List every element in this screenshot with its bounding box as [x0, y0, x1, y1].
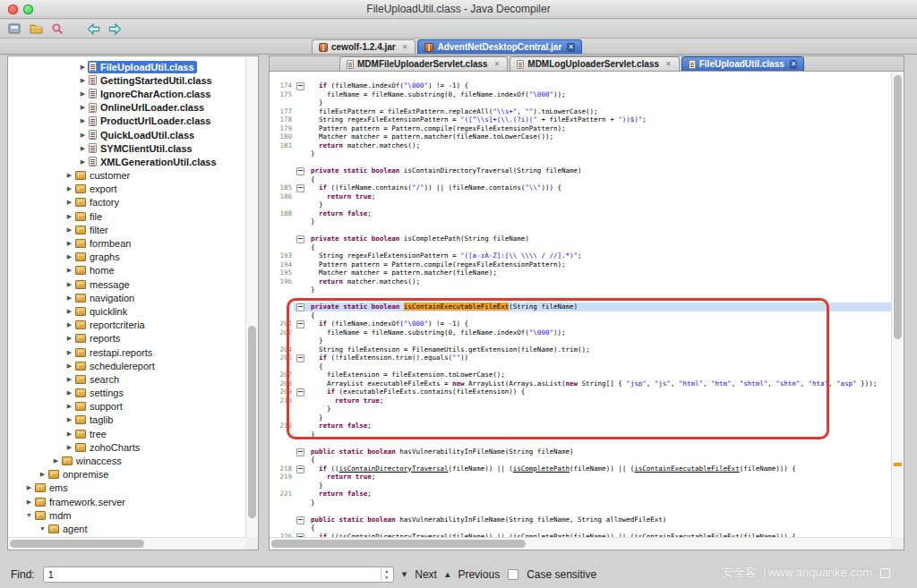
- scrollbar-thumb[interactable]: [271, 540, 526, 548]
- editor-tab-fileuploadutil-class[interactable]: FileUploadUtil.class✕: [681, 56, 805, 71]
- tree-item-producturlloader-class[interactable]: ▶ProductUrlLoader.class: [8, 115, 244, 128]
- tree-item-support[interactable]: ▶support: [8, 400, 244, 413]
- expand-arrow-icon[interactable]: ▶: [64, 403, 74, 410]
- tree-item-mdm[interactable]: ▼mdm: [8, 508, 244, 522]
- expand-arrow-icon[interactable]: ▶: [78, 145, 88, 152]
- expand-arrow-icon[interactable]: ▶: [64, 199, 74, 206]
- expand-arrow-icon[interactable]: ▶: [64, 172, 74, 179]
- tree-item-export[interactable]: ▶export: [8, 183, 244, 196]
- expand-arrow-icon[interactable]: ▶: [64, 362, 74, 370]
- expand-arrow-icon[interactable]: ▶: [64, 213, 74, 220]
- tree-item-formbean[interactable]: ▶formbean: [8, 236, 244, 250]
- expand-arrow-icon[interactable]: ▶: [78, 64, 88, 71]
- fold-toggle-icon[interactable]: [294, 166, 306, 175]
- tree-item-winaccess[interactable]: ▶winaccess: [8, 454, 244, 467]
- tree-item-graphs[interactable]: ▶graphs: [8, 251, 244, 264]
- fold-toggle-icon[interactable]: [294, 81, 306, 90]
- back-icon[interactable]: [86, 21, 100, 36]
- stepper-down-icon[interactable]: ▼: [381, 575, 392, 581]
- expand-arrow-icon[interactable]: ▶: [64, 308, 74, 315]
- expand-arrow-icon[interactable]: ▶: [78, 77, 88, 84]
- scrollbar-thumb[interactable]: [10, 540, 144, 548]
- expand-arrow-icon[interactable]: ▶: [64, 281, 74, 288]
- fold-toggle-icon[interactable]: [294, 388, 306, 396]
- tree-horizontal-scrollbar[interactable]: [8, 537, 245, 550]
- expand-arrow-icon[interactable]: ▶: [64, 253, 74, 260]
- expand-arrow-icon[interactable]: ▶: [64, 226, 74, 234]
- tree-item-symclientutil-class[interactable]: ▶SYMClientUtil.class: [8, 141, 244, 155]
- case-sensitive-checkbox[interactable]: [508, 569, 518, 580]
- tree-item-reports[interactable]: ▶reports: [8, 332, 244, 345]
- collapse-arrow-icon[interactable]: ▼: [24, 512, 34, 518]
- expand-arrow-icon[interactable]: ▶: [38, 471, 47, 478]
- fold-toggle-icon[interactable]: [294, 464, 306, 473]
- close-tab-icon[interactable]: ✕: [567, 43, 575, 52]
- tree-item-filter[interactable]: ▶filter: [8, 223, 244, 236]
- tree-item-onlineurlloader-class[interactable]: ▶OnlineUrlLoader.class: [8, 101, 244, 115]
- editor-horizontal-scrollbar[interactable]: [270, 537, 892, 550]
- expand-arrow-icon[interactable]: ▶: [64, 335, 74, 342]
- tree-item-settings[interactable]: ▶settings: [8, 387, 244, 400]
- tree-item-message[interactable]: ▶message: [8, 277, 244, 291]
- fold-toggle-icon[interactable]: [294, 447, 306, 456]
- scrollbar-thumb[interactable]: [248, 326, 256, 518]
- forward-icon[interactable]: [107, 21, 122, 36]
- expand-arrow-icon[interactable]: ▶: [78, 132, 88, 139]
- tree-item-reportcriteria[interactable]: ▶reportcriteria: [8, 319, 244, 332]
- find-next-button[interactable]: Next: [415, 568, 437, 581]
- open-file-icon[interactable]: [7, 21, 21, 36]
- expand-arrow-icon[interactable]: ▶: [64, 321, 74, 328]
- tree-vertical-scrollbar[interactable]: [245, 56, 258, 537]
- collapse-arrow-icon[interactable]: ▼: [38, 525, 47, 532]
- expand-arrow-icon[interactable]: ▶: [24, 484, 34, 491]
- fold-toggle-icon[interactable]: [294, 516, 306, 524]
- tree-item-gettingstartedutil-class[interactable]: ▶GettingStartedUtil.class: [8, 73, 244, 87]
- expand-arrow-icon[interactable]: ▶: [64, 416, 74, 423]
- tree-item-factory[interactable]: ▶factory: [8, 196, 244, 209]
- editor-tab-mdmloguploaderservlet-class[interactable]: MDMLogUploaderServlet.class✕: [510, 56, 679, 71]
- fold-toggle-icon[interactable]: [294, 303, 306, 311]
- tree-item-file[interactable]: ▶file: [8, 209, 244, 223]
- close-tab-icon[interactable]: ✕: [401, 43, 409, 52]
- expand-arrow-icon[interactable]: ▶: [78, 117, 88, 124]
- expand-arrow-icon[interactable]: ▶: [64, 349, 74, 356]
- fold-toggle-icon[interactable]: [294, 234, 306, 243]
- search-icon[interactable]: [50, 21, 64, 36]
- find-input[interactable]: [44, 567, 380, 582]
- editor-vertical-scrollbar[interactable]: [891, 72, 904, 538]
- close-tab-icon[interactable]: ✕: [790, 60, 798, 69]
- open-folder-icon[interactable]: [29, 21, 43, 36]
- zoom-window-button[interactable]: [23, 4, 33, 14]
- jar-tab-cewolf-1-2-4-jar[interactable]: cewolf-1.2.4.jar✕: [312, 39, 416, 54]
- tree-item-search[interactable]: ▶search: [8, 372, 244, 386]
- tree-item-ignorecharaction-class[interactable]: ▶IgnoreCharAction.class: [8, 87, 244, 100]
- stepper-up-icon[interactable]: ▲: [381, 568, 392, 575]
- tree-item-customer[interactable]: ▶customer: [8, 169, 244, 183]
- tree-item-fileuploadutil-class[interactable]: ▶FileUploadUtil.class: [8, 60, 244, 73]
- jar-tab-adventnetdesktopcentral-jar[interactable]: AdventNetDesktopCentral.jar✕: [417, 39, 582, 54]
- tree-item-onpremise[interactable]: ▶onpremise: [8, 468, 244, 481]
- tree-item-schedulereport[interactable]: ▶schedulereport: [8, 359, 244, 372]
- expand-arrow-icon[interactable]: ▶: [64, 430, 74, 438]
- code-editor[interactable]: 174 if (fileName.indexOf("\000") != -1) …: [270, 72, 892, 538]
- expand-arrow-icon[interactable]: ▶: [64, 444, 74, 451]
- expand-arrow-icon[interactable]: ▶: [64, 376, 74, 383]
- expand-arrow-icon[interactable]: ▶: [78, 104, 88, 111]
- expand-arrow-icon[interactable]: ▶: [51, 457, 61, 464]
- close-tab-icon[interactable]: ✕: [493, 60, 501, 69]
- close-tab-icon[interactable]: ✕: [664, 60, 673, 69]
- fold-toggle-icon[interactable]: [294, 354, 306, 362]
- tree-item-xmlgenerationutil-class[interactable]: ▶XMLGenerationUtil.class: [8, 155, 244, 168]
- expand-arrow-icon[interactable]: ▶: [64, 294, 74, 302]
- tree-item-agent[interactable]: ▼agent: [8, 522, 244, 535]
- tree-item-tree[interactable]: ▶tree: [8, 427, 244, 440]
- find-stepper[interactable]: ▲▼: [381, 568, 392, 581]
- panel-splitter[interactable]: [260, 55, 269, 550]
- expand-arrow-icon[interactable]: ▶: [78, 158, 88, 166]
- scrollbar-thumb[interactable]: [894, 75, 902, 339]
- tree-item-ems[interactable]: ▶ems: [8, 481, 244, 495]
- tree-item-navigation[interactable]: ▶navigation: [8, 291, 244, 304]
- fold-toggle-icon[interactable]: [294, 183, 306, 192]
- editor-tab-mdmfileuploaderservlet-class[interactable]: MDMFileUploaderServlet.class✕: [339, 56, 508, 71]
- tree-item-home[interactable]: ▶home: [8, 264, 244, 277]
